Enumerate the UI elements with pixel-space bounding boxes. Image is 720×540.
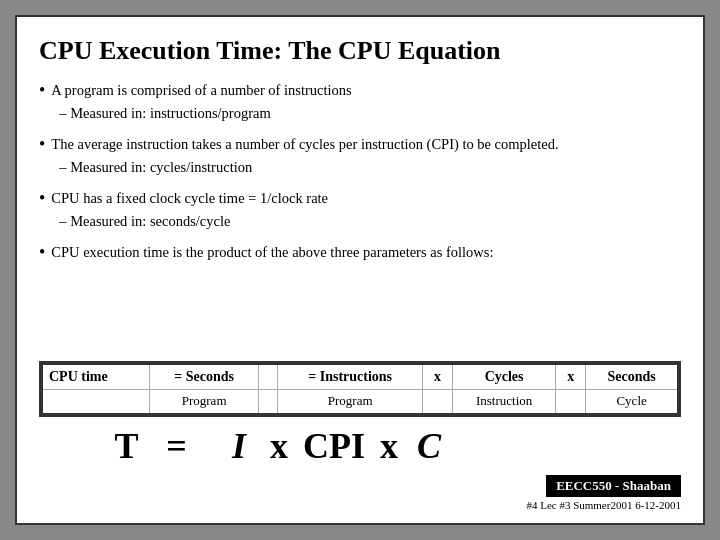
formula-x2: x [369, 425, 409, 467]
eq-label: CPU time [42, 364, 150, 390]
eq-cell-gap2 [258, 390, 277, 414]
slide: CPU Execution Time: The CPU Equation • A… [15, 15, 705, 525]
eq-cell-cycles: Cycles [452, 364, 556, 390]
eq-cell-cycle: Cycle [586, 390, 678, 414]
bullet-text-3: CPU has a fixed clock cycle time = 1/clo… [51, 188, 681, 232]
bullet-text-4: CPU execution time is the product of the… [51, 242, 681, 263]
bullet-text-1: A program is comprised of a number of in… [51, 80, 681, 124]
bullet-dot-4: • [39, 242, 45, 264]
formula-x1: x [259, 425, 299, 467]
eq-cell-x1: x [422, 364, 452, 390]
eq-cell-instructions: = Instructions [278, 364, 423, 390]
equation-table-wrapper: CPU time = Seconds = Instructions x Cycl… [39, 361, 681, 417]
slide-title: CPU Execution Time: The CPU Equation [39, 35, 681, 66]
eq-cell-seconds2: Seconds [586, 364, 678, 390]
footer-meta: #4 Lec #3 Summer2001 6-12-2001 [526, 499, 681, 511]
bullet-dot-1: • [39, 80, 45, 102]
eq-top-row: CPU time = Seconds = Instructions x Cycl… [42, 364, 678, 390]
eq-cell-empty1 [422, 390, 452, 414]
formula-T: T [99, 425, 154, 467]
eq-cell-program1: Program [150, 390, 259, 414]
bullet-item-3: • CPU has a fixed clock cycle time = 1/c… [39, 188, 681, 232]
formula-C: C [409, 425, 449, 467]
formula-CPI: CPI [299, 425, 369, 467]
eq-cell-x2: x [556, 364, 586, 390]
formula-eq: = [154, 425, 199, 467]
bullet-text-2: The average instruction takes a number o… [51, 134, 681, 178]
bullet-section: • A program is comprised of a number of … [39, 80, 681, 353]
eq-label-empty [42, 390, 150, 414]
eq-bot-row: Program Program Instruction Cycle [42, 390, 678, 414]
eq-cell-instruction: Instruction [452, 390, 556, 414]
bullet-item-1: • A program is comprised of a number of … [39, 80, 681, 124]
bullet-item-2: • The average instruction takes a number… [39, 134, 681, 178]
footer-row: EECC550 - Shaaban #4 Lec #3 Summer2001 6… [39, 475, 681, 511]
eq-cell-empty2 [556, 390, 586, 414]
bullet-item-4: • CPU execution time is the product of t… [39, 242, 681, 264]
formula-I: I [219, 425, 259, 467]
bullet-dot-2: • [39, 134, 45, 156]
eq-cell-seconds: = Seconds [150, 364, 259, 390]
eq-cell-program2: Program [278, 390, 423, 414]
footer-badge: EECC550 - Shaaban [546, 475, 681, 497]
equation-table: CPU time = Seconds = Instructions x Cycl… [41, 363, 679, 415]
formula-row: T = I x CPI x C [39, 425, 681, 467]
bullet-dot-3: • [39, 188, 45, 210]
eq-cell-gap1 [258, 364, 277, 390]
